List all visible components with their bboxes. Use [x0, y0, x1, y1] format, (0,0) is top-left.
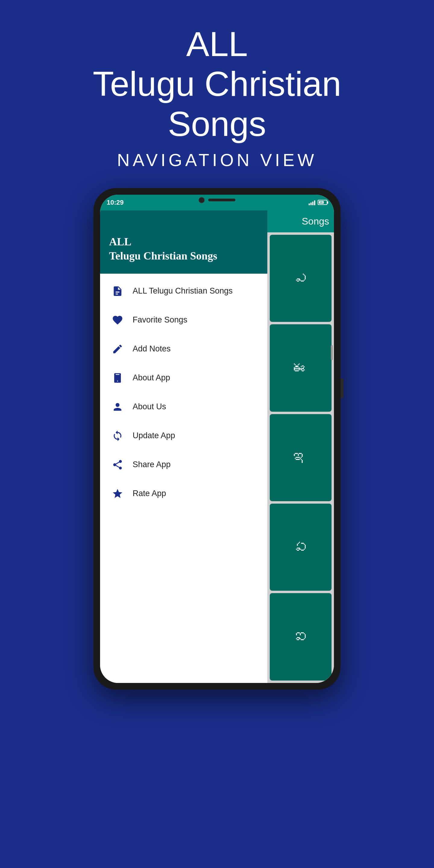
- telugu-char-0: ఎ: [293, 269, 309, 287]
- nav-drawer: ALL Telugu Christian Songs: [100, 210, 267, 683]
- content-grid: ఎ ఈ ఇ ఏ ఐ: [267, 232, 334, 683]
- page-title: ALL Telugu Christian Songs: [93, 24, 341, 144]
- svg-point-2: [117, 380, 118, 381]
- battery-icon: 39: [318, 200, 327, 205]
- phone-frame: 10:29 39: [93, 188, 341, 689]
- nav-menu: ALL Telugu Christian Songs Favorite Song…: [100, 274, 267, 683]
- telugu-char-1: ఈ: [293, 359, 309, 377]
- phone-notch: [198, 197, 236, 203]
- page-background: ALL Telugu Christian Songs NAVIGATION VI…: [0, 0, 434, 868]
- scrollbar[interactable]: [331, 345, 333, 360]
- svg-point-0: [119, 292, 121, 295]
- nav-item-about-app[interactable]: About App: [100, 364, 267, 393]
- music-list-icon: [111, 284, 124, 298]
- status-time: 10:29: [107, 198, 124, 207]
- page-subtitle: NAVIGATION VIEW: [93, 150, 341, 170]
- person-icon: [111, 400, 124, 413]
- svg-rect-3: [116, 374, 120, 375]
- nav-label-all-songs: ALL Telugu Christian Songs: [133, 286, 233, 296]
- power-button[interactable]: [341, 378, 344, 398]
- star-icon: [111, 487, 124, 500]
- content-header: Songs: [267, 210, 334, 232]
- page-header: ALL Telugu Christian Songs NAVIGATION VI…: [81, 0, 353, 185]
- front-camera: [198, 197, 205, 203]
- grid-tile-1[interactable]: ఈ: [270, 324, 332, 411]
- nav-label-share-app: Share App: [133, 460, 170, 469]
- nav-item-update-app[interactable]: Update App: [100, 421, 267, 450]
- nav-app-title: ALL Telugu Christian Songs: [109, 235, 258, 263]
- signal-icon: [309, 200, 315, 205]
- grid-tile-0[interactable]: ఎ: [270, 235, 332, 322]
- telugu-char-4: ఐ: [293, 628, 309, 646]
- nav-label-about-us: About Us: [133, 402, 166, 411]
- status-icons: 39: [309, 200, 327, 205]
- grid-tile-2[interactable]: ఇ: [270, 414, 332, 501]
- refresh-icon: [111, 429, 124, 442]
- heart-icon: [111, 313, 124, 327]
- grid-tile-4[interactable]: ఐ: [270, 593, 332, 680]
- telugu-char-3: ఏ: [293, 538, 309, 556]
- share-icon: [111, 458, 124, 471]
- nav-item-share-app[interactable]: Share App: [100, 450, 267, 479]
- pencil-icon: [111, 342, 124, 355]
- content-title: Songs: [302, 216, 329, 227]
- nav-label-about-app: About App: [133, 373, 170, 382]
- earpiece: [208, 198, 236, 201]
- phone-screen: 10:29 39: [100, 195, 334, 683]
- nav-label-rate-app: Rate App: [133, 489, 166, 498]
- grid-tile-3[interactable]: ఏ: [270, 504, 332, 591]
- nav-header: ALL Telugu Christian Songs: [100, 210, 267, 274]
- nav-item-all-songs[interactable]: ALL Telugu Christian Songs: [100, 277, 267, 306]
- telugu-char-2: ఇ: [293, 448, 309, 467]
- nav-item-about-us[interactable]: About Us: [100, 393, 267, 421]
- nav-label-favorite-songs: Favorite Songs: [133, 315, 187, 324]
- phone-mockup: 10:29 39: [93, 188, 341, 689]
- nav-label-update-app: Update App: [133, 431, 175, 440]
- nav-label-add-notes: Add Notes: [133, 344, 170, 353]
- nav-item-add-notes[interactable]: Add Notes: [100, 335, 267, 364]
- nav-item-rate-app[interactable]: Rate App: [100, 479, 267, 508]
- content-area: Songs ఎ ఈ ఇ ఏ: [267, 210, 334, 683]
- phone-icon: [111, 371, 124, 384]
- nav-item-favorite-songs[interactable]: Favorite Songs: [100, 306, 267, 335]
